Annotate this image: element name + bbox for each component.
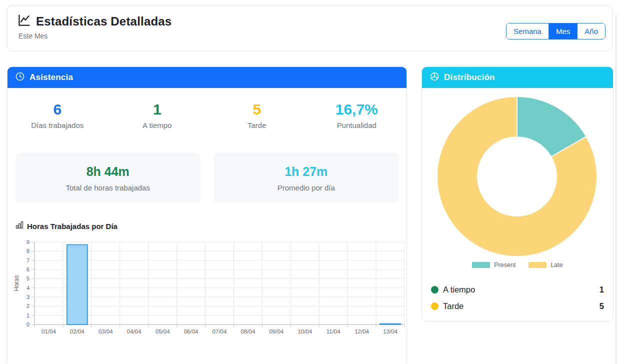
svg-text:13/04: 13/04	[383, 328, 398, 334]
row-label: A tiempo	[443, 285, 475, 294]
svg-text:3: 3	[26, 294, 30, 300]
svg-text:07/04: 07/04	[212, 328, 227, 334]
donut-legend-item-present[interactable]: Present	[472, 262, 516, 268]
svg-text:0: 0	[26, 322, 30, 328]
clock-icon	[15, 72, 25, 84]
stat-label: Días trabajados	[8, 121, 108, 130]
summary-box: 8h 44mTotal de horas trabajadas	[16, 152, 200, 203]
stat-tarde: 5Tarde	[207, 101, 307, 130]
status-dot	[431, 286, 438, 294]
svg-text:5: 5	[26, 276, 30, 282]
svg-text:06/04: 06/04	[184, 328, 198, 334]
line-chart-icon	[18, 14, 31, 29]
attendance-card-header: Asistencia	[8, 67, 406, 88]
legend-label: Late	[550, 262, 562, 268]
attendance-card-title: Asistencia	[30, 72, 73, 82]
svg-text:9: 9	[26, 239, 30, 245]
donut-legend-item-late[interactable]: Late	[528, 262, 562, 268]
stat-d-as-trabajados: 6Días trabajados	[8, 101, 108, 130]
svg-text:04/04: 04/04	[127, 328, 142, 334]
distribution-card-title: Distribución	[444, 72, 495, 82]
row-value: 5	[600, 302, 604, 311]
stat-a-tiempo: 1A tiempo	[108, 101, 208, 130]
svg-text:12/04: 12/04	[354, 328, 369, 334]
svg-text:8: 8	[26, 248, 30, 254]
svg-text:7: 7	[26, 258, 30, 264]
stat-label: A tiempo	[108, 121, 208, 130]
bar-chart-icon	[16, 221, 24, 231]
stat-value: 1	[108, 101, 208, 118]
hours-chart-title: Horas Trabajadas por Día	[27, 222, 118, 230]
row-label: Tarde	[443, 302, 464, 311]
attendance-summary-row: 8h 44mTotal de horas trabajadas1h 27mPro…	[16, 152, 398, 203]
stat-value: 5	[207, 101, 307, 118]
distribution-card-header: Distribución	[422, 67, 613, 88]
legend-swatch	[528, 262, 546, 268]
summary-label: Promedio por día	[219, 184, 394, 192]
svg-text:4: 4	[26, 285, 30, 291]
svg-text:Horas: Horas	[13, 275, 20, 291]
distribution-card: Distribución PresentLate A tiempo1Tarde5	[422, 66, 614, 322]
svg-text:03/04: 03/04	[98, 328, 113, 334]
scrollbar[interactable]	[616, 15, 616, 364]
distribution-donut-chart[interactable]	[422, 88, 614, 260]
svg-text:11/04: 11/04	[326, 328, 341, 334]
dashboard-page: Estadísticas Detalladas Este Mes SemanaM…	[0, 0, 619, 364]
summary-label: Total de horas trabajadas	[20, 184, 196, 192]
distribution-row-tarde: Tarde5	[422, 298, 613, 314]
svg-text:08/04: 08/04	[241, 328, 256, 334]
svg-text:2: 2	[26, 303, 30, 309]
period-tab-mes[interactable]: Mes	[548, 24, 577, 39]
svg-text:05/04: 05/04	[156, 328, 170, 334]
legend-label: Present	[494, 262, 516, 268]
header-card: Estadísticas Detalladas Este Mes SemanaM…	[7, 5, 612, 52]
stat-value: 16,7%	[307, 101, 407, 118]
page-title: Estadísticas Detalladas	[36, 14, 172, 28]
svg-text:1: 1	[26, 312, 30, 318]
svg-text:10/04: 10/04	[298, 328, 312, 334]
summary-value: 8h 44m	[20, 164, 196, 180]
row-value: 1	[600, 285, 604, 294]
stat-puntualidad: 16,7%Puntualidad	[307, 101, 407, 130]
hours-bar-chart[interactable]: 012345678901/0402/0403/0404/0405/0406/04…	[8, 238, 408, 346]
status-dot	[431, 302, 438, 310]
distribution-row-a-tiempo: A tiempo1	[422, 282, 613, 298]
svg-text:09/04: 09/04	[269, 328, 284, 334]
stat-label: Tarde	[207, 121, 307, 130]
period-tab-group: SemanaMesAño	[506, 23, 606, 40]
svg-text:01/04: 01/04	[42, 328, 56, 334]
attendance-card: Asistencia 6Días trabajados1A tiempo5Tar…	[7, 66, 407, 364]
period-tab-año[interactable]: Año	[577, 24, 605, 39]
period-tab-semana[interactable]: Semana	[506, 24, 548, 39]
attendance-stats-row: 6Días trabajados1A tiempo5Tarde16,7%Punt…	[8, 101, 406, 130]
legend-swatch	[472, 262, 490, 268]
svg-text:6: 6	[26, 266, 30, 272]
chart-title-row: Horas Trabajadas por Día	[16, 221, 398, 231]
donut-legend: PresentLate	[422, 262, 613, 268]
stat-label: Puntualidad	[307, 121, 407, 130]
pie-chart-icon	[430, 72, 440, 84]
distribution-rows: A tiempo1Tarde5	[422, 282, 613, 314]
svg-text:02/04: 02/04	[70, 328, 84, 334]
summary-value: 1h 27m	[219, 164, 394, 180]
summary-box: 1h 27mPromedio por día	[214, 152, 399, 203]
stat-value: 6	[8, 101, 108, 118]
